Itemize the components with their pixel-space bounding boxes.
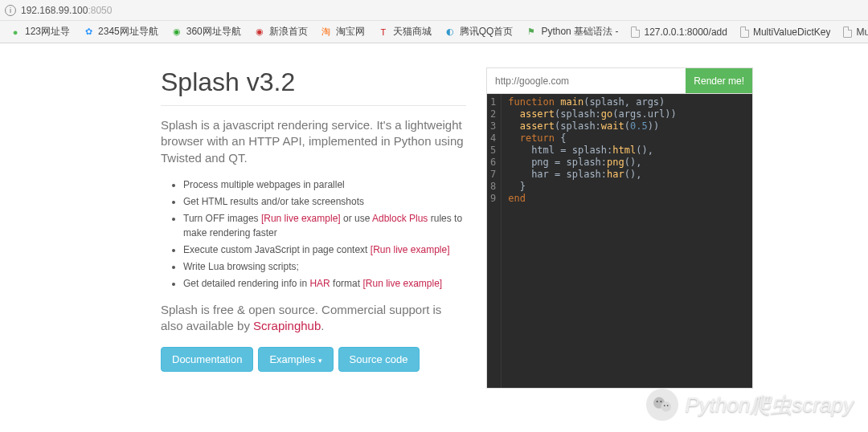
url-text[interactable]: 192.168.99.100:8050	[21, 5, 112, 16]
bookmark-item[interactable]: ⚑Python 基础语法 -	[519, 25, 624, 39]
list-item: Turn OFF images [Run live example] or us…	[183, 211, 466, 240]
har-link[interactable]: HAR	[309, 278, 330, 289]
svg-point-3	[661, 401, 662, 402]
sub-text: Splash is free & open source. Commercial…	[161, 302, 466, 335]
bookmark-item[interactable]: ●123网址导	[3, 25, 76, 39]
render-panel: Render me! 123456789 function main(splas…	[486, 67, 753, 389]
source-code-button[interactable]: Source code	[338, 347, 420, 372]
svg-point-5	[667, 405, 669, 406]
bookmark-item[interactable]: 淘淘宝网	[314, 25, 371, 39]
bookmark-label: MultiValueDictKey	[753, 26, 830, 38]
wechat-icon	[646, 389, 678, 421]
run-live-link[interactable]: [Run live example]	[261, 213, 341, 224]
bookmark-item[interactable]: ◐腾讯QQ首页	[438, 25, 520, 39]
green-circle-icon: ◉	[171, 26, 182, 38]
url-input[interactable]	[487, 68, 686, 93]
page-title: Splash v3.2	[161, 67, 466, 97]
list-item: Write Lua browsing scripts;	[183, 259, 466, 274]
bookmark-label: 新浪首页	[269, 25, 308, 39]
render-button[interactable]: Render me!	[686, 68, 752, 93]
green-dot-icon: ●	[10, 26, 21, 38]
list-item: Get detailed rendering info in HAR forma…	[183, 276, 466, 291]
adblock-link[interactable]: Adblock Plus	[372, 213, 428, 224]
chevron-down-icon: ▾	[318, 357, 322, 365]
watermark: Python爬虫scrapy	[646, 389, 854, 421]
svg-point-2	[657, 401, 658, 402]
run-live-link[interactable]: [Run live example]	[362, 278, 442, 289]
bookmark-item[interactable]: ✿2345网址导航	[76, 25, 165, 39]
bookmark-item[interactable]: T天猫商城	[371, 25, 438, 39]
blue-swirl-icon: ✿	[83, 26, 94, 38]
bookmark-label: 腾讯QQ首页	[460, 25, 514, 39]
orange-sq-icon: 淘	[321, 26, 332, 38]
feature-list: Process multiple webpages in parallel Ge…	[161, 177, 466, 291]
browser-address-bar: i 192.168.99.100:8050	[0, 0, 868, 21]
examples-dropdown[interactable]: Examples▾	[258, 347, 333, 372]
red-eye-icon: ◉	[254, 26, 265, 38]
list-item: Get HTML results and/or take screenshots	[183, 194, 466, 209]
bookmark-item[interactable]: MultiValueDictKey	[837, 26, 868, 38]
bookmark-label: 123网址导	[25, 25, 70, 39]
code-editor[interactable]: 123456789 function main(splash, args) as…	[487, 94, 752, 388]
bookmark-bar: ●123网址导✿2345网址导航◉360网址导航◉新浪首页淘淘宝网T天猫商城◐腾…	[0, 21, 868, 43]
bookmark-label: 127.0.0.1:8000/add	[644, 26, 727, 38]
bookmark-item[interactable]: ◉360网址导航	[165, 25, 248, 39]
watermark-text: Python爬虫scrapy	[685, 391, 854, 419]
list-item: Execute custom JavaScript in page contex…	[183, 242, 466, 257]
red-sq-t-icon: T	[378, 26, 389, 38]
divider	[161, 105, 466, 106]
bookmark-item[interactable]: ◉新浪首页	[248, 25, 314, 39]
list-item: Process multiple webpages in parallel	[183, 177, 466, 192]
run-live-link[interactable]: [Run live example]	[371, 244, 450, 255]
bookmark-item[interactable]: MultiValueDictKey	[734, 26, 837, 38]
info-icon[interactable]: i	[5, 5, 16, 16]
file-icon	[740, 26, 749, 38]
bookmark-label: 天猫商城	[393, 25, 432, 39]
bookmark-label: MultiValueDictKey	[856, 26, 868, 38]
bookmark-label: 360网址导航	[186, 25, 241, 39]
scrapinghub-link[interactable]: Scrapinghub	[253, 319, 321, 332]
svg-point-4	[664, 405, 665, 406]
bookmark-item[interactable]: 127.0.0.1:8000/add	[624, 26, 733, 38]
bookmark-label: Python 基础语法 -	[541, 25, 618, 39]
bookmark-label: 淘宝网	[336, 25, 365, 39]
green-flag-icon: ⚑	[526, 26, 537, 38]
bookmark-label: 2345网址导航	[98, 25, 158, 39]
swirl-icon: ◐	[444, 26, 456, 38]
file-icon	[843, 26, 852, 38]
file-icon	[631, 26, 640, 38]
documentation-button[interactable]: Documentation	[161, 347, 253, 372]
lead-text: Splash is a javascript rendering service…	[161, 117, 466, 166]
svg-point-1	[661, 401, 672, 412]
